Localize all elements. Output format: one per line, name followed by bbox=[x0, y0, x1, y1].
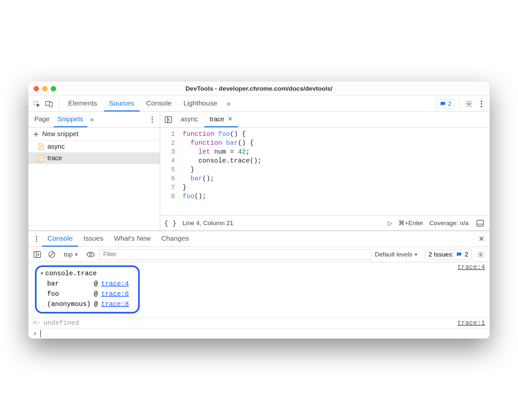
svg-point-13 bbox=[36, 238, 37, 240]
drawer-kebab-icon[interactable] bbox=[31, 233, 42, 245]
navigator-sidebar: Page Snippets » New snippet async bbox=[28, 112, 160, 230]
zoom-window-button[interactable] bbox=[51, 86, 56, 91]
stack-trace-table: bar @ trace:4 foo @ trace:6 (anonymous) … bbox=[47, 279, 132, 309]
svg-point-7 bbox=[152, 116, 153, 118]
chevron-down-icon: ▼ bbox=[74, 252, 78, 257]
toggle-sidebar-right-icon[interactable] bbox=[475, 218, 486, 229]
overflow-tabs-icon[interactable]: » bbox=[224, 100, 233, 108]
editor-tabs: async trace ✕ bbox=[160, 112, 490, 128]
toggle-navigator-icon[interactable] bbox=[163, 114, 174, 125]
navigator-tab-page[interactable]: Page bbox=[30, 112, 54, 127]
coverage-status: Coverage: n/a bbox=[429, 220, 469, 227]
editor-pane: async trace ✕ 12345678 function foo() { … bbox=[160, 112, 490, 230]
stack-at: @ bbox=[94, 289, 101, 299]
editor-status-bar: { } Line 4, Column 21 ▷ ⌘+Enter Coverage… bbox=[160, 215, 490, 230]
stack-location-link[interactable]: trace:8 bbox=[101, 300, 129, 308]
svg-point-9 bbox=[152, 121, 153, 123]
editor-tab-trace[interactable]: trace ✕ bbox=[204, 112, 238, 127]
drawer-tab-console[interactable]: Console bbox=[42, 231, 78, 247]
svg-point-14 bbox=[36, 241, 37, 242]
close-drawer-icon[interactable]: ✕ bbox=[476, 233, 487, 245]
close-tab-icon[interactable]: ✕ bbox=[228, 115, 233, 123]
stack-location-link[interactable]: trace:4 bbox=[101, 280, 129, 287]
issues-counter[interactable]: 2 Issues: 2 bbox=[425, 250, 472, 259]
run-snippet-icon[interactable]: ▷ bbox=[388, 220, 392, 227]
prompt-caret-icon: › bbox=[33, 330, 40, 337]
live-expression-icon[interactable] bbox=[85, 249, 96, 260]
snippet-item-label: trace bbox=[47, 154, 62, 162]
new-snippet-button[interactable]: New snippet bbox=[28, 128, 160, 141]
tab-elements[interactable]: Elements bbox=[63, 96, 102, 111]
svg-point-17 bbox=[87, 252, 94, 257]
run-hint: ⌘+Enter bbox=[398, 219, 423, 227]
svg-point-5 bbox=[481, 103, 482, 105]
line-gutter: 12345678 bbox=[160, 128, 179, 215]
code-content: function foo() { function bar() { let nu… bbox=[179, 128, 266, 215]
stack-at: @ bbox=[94, 299, 101, 309]
minimize-window-button[interactable] bbox=[42, 86, 47, 91]
new-snippet-label: New snippet bbox=[42, 130, 78, 138]
stack-frame-row: bar @ trace:4 bbox=[47, 279, 132, 289]
titlebar: DevTools - developer.chrome.com/docs/dev… bbox=[28, 81, 490, 96]
drawer-tab-issues[interactable]: Issues bbox=[78, 231, 109, 247]
drawer-tab-changes[interactable]: Changes bbox=[156, 231, 194, 247]
tab-console[interactable]: Console bbox=[141, 96, 177, 111]
prompt-input[interactable] bbox=[40, 330, 41, 337]
trace-header: console.trace bbox=[45, 270, 97, 277]
code-editor[interactable]: 12345678 function foo() { function bar()… bbox=[160, 128, 490, 215]
svg-point-18 bbox=[90, 253, 92, 255]
chevron-down-icon: ▼ bbox=[414, 252, 418, 257]
navigator-kebab-icon[interactable] bbox=[147, 114, 158, 125]
navigator-tabs: Page Snippets » bbox=[28, 112, 160, 128]
tab-lighthouse[interactable]: Lighthouse bbox=[178, 96, 223, 111]
snippet-file-icon bbox=[38, 155, 44, 162]
snippet-item-async[interactable]: async bbox=[28, 141, 160, 152]
issues-badge-count: 2 bbox=[448, 100, 451, 107]
console-prompt[interactable]: › bbox=[28, 328, 490, 339]
close-window-button[interactable] bbox=[34, 86, 39, 91]
message-icon bbox=[456, 252, 462, 257]
drawer-tab-whatsnew[interactable]: What's New bbox=[109, 231, 156, 247]
stack-location-link[interactable]: trace:6 bbox=[101, 290, 129, 298]
kebab-menu-icon[interactable] bbox=[476, 98, 487, 109]
plus-icon bbox=[33, 131, 39, 137]
console-sidebar-toggle-icon[interactable] bbox=[32, 249, 43, 260]
context-selector[interactable]: top ▼ bbox=[64, 251, 78, 258]
clear-console-icon[interactable] bbox=[46, 249, 57, 260]
stack-fn: bar bbox=[47, 279, 94, 289]
svg-point-19 bbox=[480, 254, 482, 255]
device-toggle-icon[interactable] bbox=[43, 98, 55, 109]
return-arrow-icon: <· bbox=[33, 319, 43, 327]
stack-frame-row: (anonymous) @ trace:8 bbox=[47, 299, 132, 309]
console-toolbar: top ▼ Default levels ▼ 2 Issues: 2 bbox=[28, 247, 490, 262]
main-toolbar: Elements Sources Console Lighthouse » 2 bbox=[28, 96, 490, 112]
disclosure-triangle-icon[interactable]: ▼ bbox=[41, 271, 43, 276]
log-levels-selector[interactable]: Default levels ▼ bbox=[375, 251, 418, 258]
snippet-item-trace[interactable]: trace bbox=[28, 152, 160, 164]
svg-rect-15 bbox=[34, 252, 41, 257]
traffic-lights bbox=[34, 86, 56, 91]
console-output: ▼ console.trace bar @ trace:4 foo @ trac… bbox=[28, 262, 490, 339]
stack-fn: foo bbox=[47, 289, 94, 299]
inspect-element-icon[interactable] bbox=[31, 98, 42, 109]
filter-input[interactable] bbox=[100, 249, 371, 260]
cursor-position: Line 4, Column 21 bbox=[183, 220, 233, 227]
stack-at: @ bbox=[94, 279, 101, 289]
settings-gear-icon[interactable] bbox=[463, 98, 475, 109]
devtools-window: DevTools - developer.chrome.com/docs/dev… bbox=[28, 81, 490, 339]
editor-tab-async[interactable]: async bbox=[175, 112, 203, 127]
svg-point-6 bbox=[481, 105, 482, 107]
pretty-print-icon[interactable]: { } bbox=[164, 219, 177, 227]
return-value: undefined bbox=[43, 319, 79, 327]
snippet-file-icon bbox=[38, 143, 44, 150]
stack-fn: (anonymous) bbox=[47, 299, 94, 309]
source-link[interactable]: trace:4 bbox=[457, 263, 485, 271]
navigator-tab-snippets[interactable]: Snippets bbox=[54, 112, 87, 127]
tab-sources[interactable]: Sources bbox=[104, 96, 140, 111]
svg-point-4 bbox=[481, 100, 482, 102]
navigator-overflow-icon[interactable]: » bbox=[87, 115, 97, 124]
snippet-list: async trace bbox=[28, 141, 160, 230]
source-link[interactable]: trace:1 bbox=[457, 319, 485, 327]
console-settings-gear-icon[interactable] bbox=[475, 249, 486, 260]
issues-badge[interactable]: 2 bbox=[436, 99, 455, 108]
